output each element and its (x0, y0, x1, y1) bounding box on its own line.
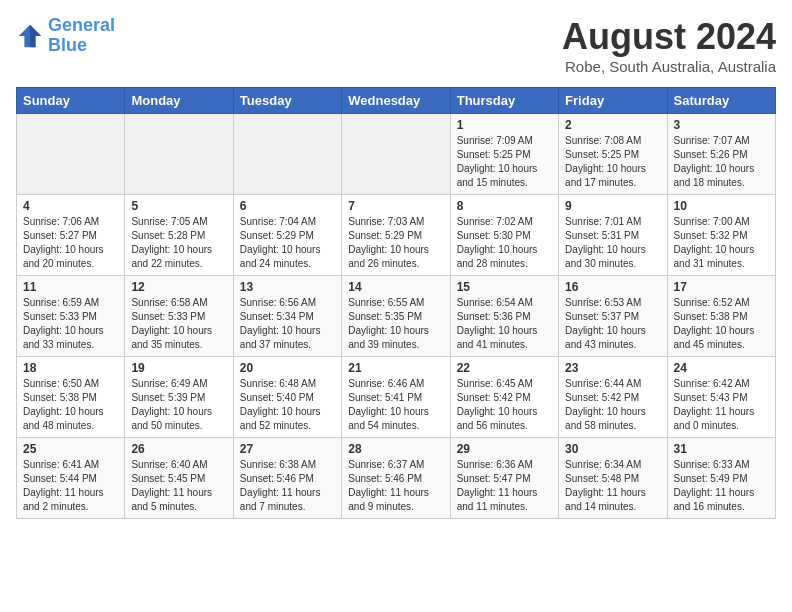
day-info: Sunrise: 6:37 AM Sunset: 5:46 PM Dayligh… (348, 458, 443, 514)
day-info: Sunrise: 6:55 AM Sunset: 5:35 PM Dayligh… (348, 296, 443, 352)
day-number: 16 (565, 280, 660, 294)
table-cell: 7Sunrise: 7:03 AM Sunset: 5:29 PM Daylig… (342, 195, 450, 276)
table-cell: 11Sunrise: 6:59 AM Sunset: 5:33 PM Dayli… (17, 276, 125, 357)
day-info: Sunrise: 6:58 AM Sunset: 5:33 PM Dayligh… (131, 296, 226, 352)
table-cell: 17Sunrise: 6:52 AM Sunset: 5:38 PM Dayli… (667, 276, 775, 357)
week-row-1: 1Sunrise: 7:09 AM Sunset: 5:25 PM Daylig… (17, 114, 776, 195)
day-info: Sunrise: 7:05 AM Sunset: 5:28 PM Dayligh… (131, 215, 226, 271)
day-info: Sunrise: 7:04 AM Sunset: 5:29 PM Dayligh… (240, 215, 335, 271)
day-info: Sunrise: 6:34 AM Sunset: 5:48 PM Dayligh… (565, 458, 660, 514)
day-info: Sunrise: 7:08 AM Sunset: 5:25 PM Dayligh… (565, 134, 660, 190)
day-info: Sunrise: 6:38 AM Sunset: 5:46 PM Dayligh… (240, 458, 335, 514)
table-cell: 23Sunrise: 6:44 AM Sunset: 5:42 PM Dayli… (559, 357, 667, 438)
svg-marker-1 (30, 25, 41, 47)
day-info: Sunrise: 7:07 AM Sunset: 5:26 PM Dayligh… (674, 134, 769, 190)
table-cell: 13Sunrise: 6:56 AM Sunset: 5:34 PM Dayli… (233, 276, 341, 357)
table-cell: 8Sunrise: 7:02 AM Sunset: 5:30 PM Daylig… (450, 195, 558, 276)
day-number: 24 (674, 361, 769, 375)
day-number: 28 (348, 442, 443, 456)
day-number: 2 (565, 118, 660, 132)
month-year: August 2024 (562, 16, 776, 58)
day-info: Sunrise: 7:01 AM Sunset: 5:31 PM Dayligh… (565, 215, 660, 271)
header-monday: Monday (125, 88, 233, 114)
page-header: General Blue August 2024 Robe, South Aus… (16, 16, 776, 75)
logo-line1: General (48, 15, 115, 35)
table-cell: 1Sunrise: 7:09 AM Sunset: 5:25 PM Daylig… (450, 114, 558, 195)
table-cell: 26Sunrise: 6:40 AM Sunset: 5:45 PM Dayli… (125, 438, 233, 519)
header-thursday: Thursday (450, 88, 558, 114)
day-number: 17 (674, 280, 769, 294)
logo-text: General Blue (48, 16, 115, 56)
day-info: Sunrise: 7:00 AM Sunset: 5:32 PM Dayligh… (674, 215, 769, 271)
table-cell: 9Sunrise: 7:01 AM Sunset: 5:31 PM Daylig… (559, 195, 667, 276)
logo-icon (16, 22, 44, 50)
table-cell: 15Sunrise: 6:54 AM Sunset: 5:36 PM Dayli… (450, 276, 558, 357)
logo-line2: Blue (48, 35, 87, 55)
table-cell: 3Sunrise: 7:07 AM Sunset: 5:26 PM Daylig… (667, 114, 775, 195)
day-number: 21 (348, 361, 443, 375)
day-info: Sunrise: 6:41 AM Sunset: 5:44 PM Dayligh… (23, 458, 118, 514)
table-cell: 12Sunrise: 6:58 AM Sunset: 5:33 PM Dayli… (125, 276, 233, 357)
day-number: 14 (348, 280, 443, 294)
table-cell: 27Sunrise: 6:38 AM Sunset: 5:46 PM Dayli… (233, 438, 341, 519)
day-number: 30 (565, 442, 660, 456)
table-cell: 28Sunrise: 6:37 AM Sunset: 5:46 PM Dayli… (342, 438, 450, 519)
day-number: 12 (131, 280, 226, 294)
day-number: 23 (565, 361, 660, 375)
table-cell: 10Sunrise: 7:00 AM Sunset: 5:32 PM Dayli… (667, 195, 775, 276)
day-number: 9 (565, 199, 660, 213)
table-cell: 5Sunrise: 7:05 AM Sunset: 5:28 PM Daylig… (125, 195, 233, 276)
logo: General Blue (16, 16, 115, 56)
day-number: 1 (457, 118, 552, 132)
header-wednesday: Wednesday (342, 88, 450, 114)
header-friday: Friday (559, 88, 667, 114)
header-saturday: Saturday (667, 88, 775, 114)
day-info: Sunrise: 6:46 AM Sunset: 5:41 PM Dayligh… (348, 377, 443, 433)
day-info: Sunrise: 7:09 AM Sunset: 5:25 PM Dayligh… (457, 134, 552, 190)
table-cell: 2Sunrise: 7:08 AM Sunset: 5:25 PM Daylig… (559, 114, 667, 195)
table-cell: 16Sunrise: 6:53 AM Sunset: 5:37 PM Dayli… (559, 276, 667, 357)
day-number: 29 (457, 442, 552, 456)
day-number: 15 (457, 280, 552, 294)
header-tuesday: Tuesday (233, 88, 341, 114)
day-number: 31 (674, 442, 769, 456)
day-number: 6 (240, 199, 335, 213)
header-sunday: Sunday (17, 88, 125, 114)
table-cell (125, 114, 233, 195)
day-info: Sunrise: 6:59 AM Sunset: 5:33 PM Dayligh… (23, 296, 118, 352)
table-cell: 20Sunrise: 6:48 AM Sunset: 5:40 PM Dayli… (233, 357, 341, 438)
day-number: 19 (131, 361, 226, 375)
day-info: Sunrise: 6:33 AM Sunset: 5:49 PM Dayligh… (674, 458, 769, 514)
table-cell: 24Sunrise: 6:42 AM Sunset: 5:43 PM Dayli… (667, 357, 775, 438)
table-cell: 30Sunrise: 6:34 AM Sunset: 5:48 PM Dayli… (559, 438, 667, 519)
week-row-2: 4Sunrise: 7:06 AM Sunset: 5:27 PM Daylig… (17, 195, 776, 276)
day-info: Sunrise: 6:49 AM Sunset: 5:39 PM Dayligh… (131, 377, 226, 433)
day-info: Sunrise: 6:45 AM Sunset: 5:42 PM Dayligh… (457, 377, 552, 433)
day-number: 4 (23, 199, 118, 213)
day-number: 20 (240, 361, 335, 375)
day-info: Sunrise: 6:48 AM Sunset: 5:40 PM Dayligh… (240, 377, 335, 433)
table-cell: 18Sunrise: 6:50 AM Sunset: 5:38 PM Dayli… (17, 357, 125, 438)
table-cell: 4Sunrise: 7:06 AM Sunset: 5:27 PM Daylig… (17, 195, 125, 276)
table-cell: 21Sunrise: 6:46 AM Sunset: 5:41 PM Dayli… (342, 357, 450, 438)
day-number: 27 (240, 442, 335, 456)
table-cell: 31Sunrise: 6:33 AM Sunset: 5:49 PM Dayli… (667, 438, 775, 519)
table-cell (342, 114, 450, 195)
day-number: 8 (457, 199, 552, 213)
table-cell: 14Sunrise: 6:55 AM Sunset: 5:35 PM Dayli… (342, 276, 450, 357)
day-info: Sunrise: 6:53 AM Sunset: 5:37 PM Dayligh… (565, 296, 660, 352)
calendar-table: SundayMondayTuesdayWednesdayThursdayFrid… (16, 87, 776, 519)
day-info: Sunrise: 6:36 AM Sunset: 5:47 PM Dayligh… (457, 458, 552, 514)
day-number: 7 (348, 199, 443, 213)
day-info: Sunrise: 6:56 AM Sunset: 5:34 PM Dayligh… (240, 296, 335, 352)
day-number: 10 (674, 199, 769, 213)
table-cell (233, 114, 341, 195)
day-number: 13 (240, 280, 335, 294)
table-cell: 6Sunrise: 7:04 AM Sunset: 5:29 PM Daylig… (233, 195, 341, 276)
day-number: 11 (23, 280, 118, 294)
table-cell: 29Sunrise: 6:36 AM Sunset: 5:47 PM Dayli… (450, 438, 558, 519)
day-number: 25 (23, 442, 118, 456)
title-block: August 2024 Robe, South Australia, Austr… (562, 16, 776, 75)
day-number: 18 (23, 361, 118, 375)
day-number: 5 (131, 199, 226, 213)
